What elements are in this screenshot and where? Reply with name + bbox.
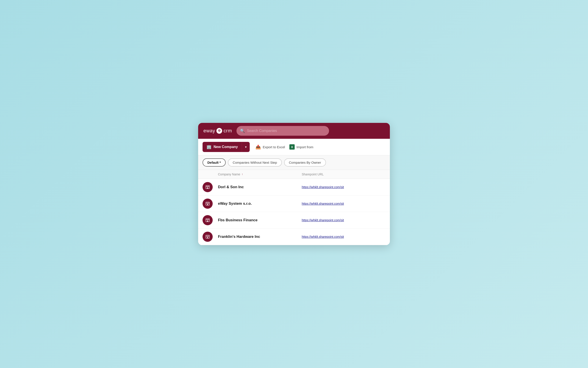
avatar [202,215,213,225]
company-building-icon [205,185,210,190]
logo-icon-svg [218,129,221,133]
excel-icon: X [289,144,295,150]
tab-without-next-step-label: Companies Without Next Step [233,161,277,164]
col-company-name[interactable]: Company Name ↑ [218,173,302,176]
export-icon: 📤 [255,144,261,150]
table-header: Company Name ↑ Sharepoint URL [198,170,390,179]
company-name: Fbs Business Finance [218,218,302,222]
sharepoint-url: https://whklt.sharepoint.com/sit [302,235,386,239]
col-sharepoint-url: Sharepoint URL [302,173,386,176]
new-company-button[interactable]: 🏢 New Company ▾ [202,142,250,152]
import-label: Import from [296,145,313,149]
sharepoint-url: https://whklt.sharepoint.com/sit [302,218,386,222]
new-company-dropdown-arrow[interactable]: ▾ [242,142,250,152]
col-company-name-label: Company Name [218,173,240,176]
sharepoint-url: https://whklt.sharepoint.com/sit [302,185,386,189]
export-label: Export to Excel [263,145,285,149]
avatar [202,199,213,209]
building-icon: 🏢 [207,145,211,149]
company-building-icon [205,201,210,206]
company-name: eWay System s.r.o. [218,202,302,206]
company-building-icon [205,234,210,239]
logo-crm: crm [223,128,232,134]
companies-table: Company Name ↑ Sharepoint URL Dorl & Son… [198,170,390,245]
header: eway crm 🔍 [198,123,390,139]
logo: eway crm [203,128,232,134]
company-name: Franklin's Hardware Inc [218,235,302,239]
col-icon [202,173,218,176]
logo-icon [216,128,222,134]
company-name: Dorl & Son Inc [218,185,302,189]
sharepoint-url: https://whklt.sharepoint.com/sit [302,202,386,205]
tab-by-owner[interactable]: Companies By Owner [284,158,326,166]
main-window: eway crm 🔍 🏢 New Company ▾ � [198,123,390,245]
company-building-icon [205,218,210,223]
toolbar-actions: 📤 Export to Excel X Import from [255,144,313,150]
tabs: Default * Companies Without Next Step Co… [198,155,390,170]
logo-eway: eway [203,128,215,134]
search-bar[interactable]: 🔍 [237,126,329,136]
import-button[interactable]: X Import from [289,144,313,150]
table-row[interactable]: Fbs Business Finance https://whklt.share… [198,212,390,229]
svg-rect-8 [207,204,208,205]
svg-rect-13 [207,221,208,222]
avatar [202,232,213,242]
chevron-down-icon: ▾ [245,145,247,149]
sort-arrow-icon: ↑ [242,173,243,176]
table-row[interactable]: Dorl & Son Inc https://whklt.sharepoint.… [198,179,390,195]
tab-default[interactable]: Default * [202,158,226,166]
search-input[interactable] [247,129,325,133]
export-excel-button[interactable]: 📤 Export to Excel [255,144,285,150]
search-icon: 🔍 [240,129,245,133]
svg-rect-18 [207,237,208,238]
col-sharepoint-label: Sharepoint URL [302,173,324,176]
avatar [202,182,213,192]
new-company-main: 🏢 New Company [202,142,242,152]
svg-rect-3 [207,188,208,189]
tab-by-owner-label: Companies By Owner [289,161,321,164]
toolbar: 🏢 New Company ▾ 📤 Export to Excel X Impo… [198,139,390,155]
table-row[interactable]: Franklin's Hardware Inc https://whklt.sh… [198,229,390,245]
tab-without-next-step[interactable]: Companies Without Next Step [228,158,282,166]
table-row[interactable]: eWay System s.r.o. https://whklt.sharepo… [198,195,390,212]
tab-default-label: Default * [207,161,221,164]
new-company-label: New Company [214,145,238,149]
